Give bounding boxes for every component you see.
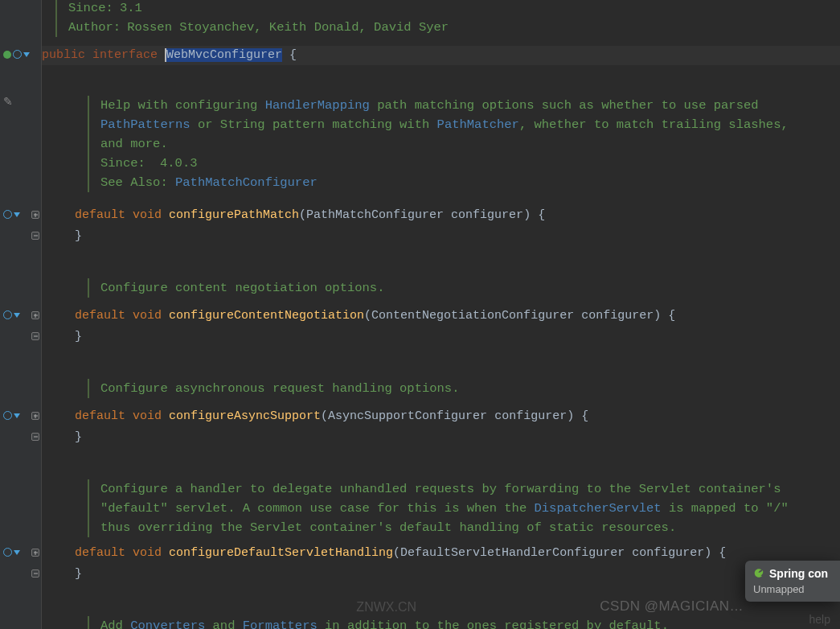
- method-configureDefaultServletHandling: default void configureDefaultServletHand…: [75, 544, 840, 563]
- method-configurePathMatch: default void configurePathMatch(PathMatc…: [75, 206, 840, 225]
- code-editor[interactable]: Since:3.1 Author:Rossen Stoyanchev, Keit…: [42, 0, 840, 629]
- doc-link-HandlerMapping[interactable]: HandlerMapping: [265, 98, 370, 113]
- seealso-label: See Also:: [100, 175, 175, 190]
- doc-link-DispatcherServlet[interactable]: DispatcherServlet: [535, 501, 662, 516]
- fold-toggle[interactable]: [31, 549, 39, 557]
- spring-popup[interactable]: Spring con Unmapped: [745, 561, 840, 602]
- method-configureAsyncSupport: default void configureAsyncSupport(Async…: [75, 407, 840, 426]
- fold-toggle[interactable]: [31, 211, 39, 219]
- fold-toggle-end[interactable]: [31, 433, 39, 441]
- method-configureContentNegotiation: default void configureContentNegotiation…: [75, 306, 840, 326]
- spring-icon: [753, 568, 764, 579]
- close-brace: }: [75, 428, 840, 447]
- doc-link-PathPatterns[interactable]: PathPatterns: [100, 117, 191, 132]
- doc-link-PathMatchConfigurer[interactable]: PathMatchConfigurer: [175, 175, 318, 190]
- fold-toggle-end[interactable]: [31, 232, 39, 240]
- popup-title: Spring con: [769, 567, 828, 580]
- since-label: Since:: [100, 154, 154, 173]
- javadoc-m1: Help with configuring HandlerMapping pat…: [88, 96, 824, 192]
- since-label: Since:: [68, 0, 113, 18]
- doc-link-Converters[interactable]: Converters: [130, 619, 205, 629]
- javadoc-m3: Configure asynchronous request handling …: [88, 379, 824, 398]
- gutter-impl-m2[interactable]: [3, 310, 20, 319]
- fold-toggle-end[interactable]: [31, 569, 39, 578]
- author-label: Author:: [68, 18, 121, 37]
- interface-name: WebMvcConfigurer: [166, 48, 282, 62]
- gutter-impl-m4[interactable]: [3, 548, 20, 557]
- close-brace: }: [75, 565, 840, 584]
- close-brace: }: [75, 227, 840, 246]
- close-brace: }: [75, 327, 840, 347]
- gutter-edit-icon[interactable]: ✎: [3, 95, 13, 108]
- doc-link-Formatters[interactable]: Formatters: [243, 619, 318, 629]
- javadoc-interface: Since:3.1 Author:Rossen Stoyanchev, Keit…: [55, 0, 824, 37]
- javadoc-m5: Add Converters and Formatters in additio…: [88, 616, 824, 629]
- javadoc-m4: Configure a handler to delegate unhandle…: [88, 479, 824, 537]
- gutter-impl-m3[interactable]: [3, 411, 20, 420]
- fold-toggle[interactable]: [31, 412, 39, 420]
- gutter-impl-interface[interactable]: [3, 50, 30, 59]
- interface-declaration: public interface WebMvcConfigurer {: [42, 46, 840, 65]
- popup-subtitle: Unmapped: [753, 583, 834, 595]
- author-value: Rossen Stoyanchev, Keith Donald, David S…: [127, 18, 449, 37]
- fold-toggle[interactable]: [31, 311, 39, 319]
- fold-toggle-end[interactable]: [31, 332, 39, 340]
- javadoc-m2: Configure content negotiation options.: [88, 278, 824, 298]
- gutter-impl-m1[interactable]: [3, 210, 20, 219]
- doc-link-PathMatcher[interactable]: PathMatcher: [437, 117, 519, 132]
- since-value: 3.1: [120, 0, 142, 18]
